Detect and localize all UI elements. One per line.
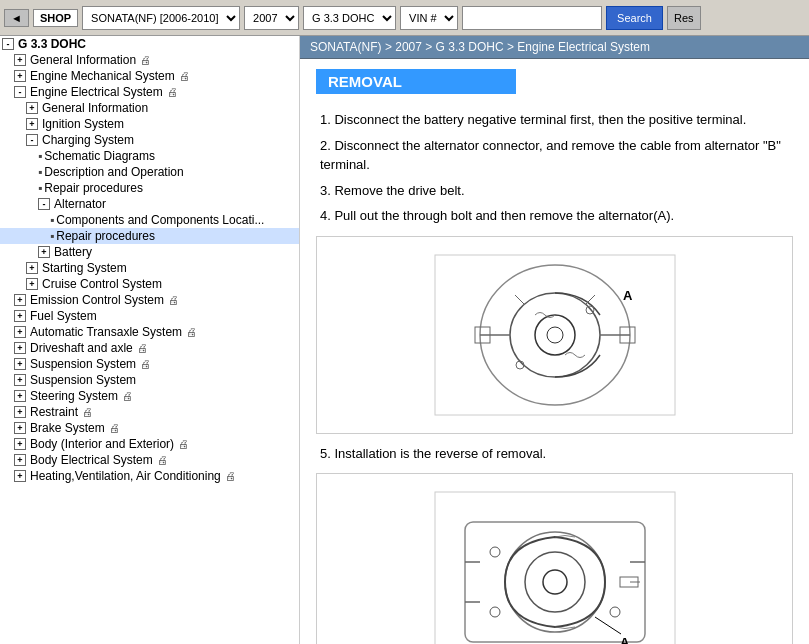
sidebar-item-fuel-system[interactable]: +Fuel System bbox=[0, 308, 299, 324]
sidebar-item-cruise-control[interactable]: +Cruise Control System bbox=[0, 276, 299, 292]
sidebar-item-steering[interactable]: +Steering System🖨 bbox=[0, 388, 299, 404]
toggle-general-info-sub[interactable]: + bbox=[26, 102, 38, 114]
sidebar-item-starting-system[interactable]: +Starting System bbox=[0, 260, 299, 276]
root-toggle[interactable]: - bbox=[2, 38, 14, 50]
toggle-hvac[interactable]: + bbox=[14, 470, 26, 482]
step-1: 1. Disconnect the battery negative termi… bbox=[316, 110, 793, 130]
step5-area: 5. Installation is the reverse of remova… bbox=[316, 444, 793, 464]
toggle-general-info-top[interactable]: + bbox=[14, 54, 26, 66]
sidebar-item-restraint[interactable]: +Restraint🖨 bbox=[0, 404, 299, 420]
svg-point-22 bbox=[490, 547, 500, 557]
sidebar-item-general-info-sub[interactable]: +General Information bbox=[0, 100, 299, 116]
sidebar-item-description-operation[interactable]: ▪Description and Operation bbox=[0, 164, 299, 180]
svg-point-18 bbox=[543, 570, 567, 594]
alternator-diagram-2: A KM046B24 bbox=[425, 482, 685, 644]
sidebar-item-engine-mechanical[interactable]: +Engine Mechanical System🖨 bbox=[0, 68, 299, 84]
svg-point-17 bbox=[525, 552, 585, 612]
label-general-info-top: General Information bbox=[30, 53, 136, 67]
diagram-2: A KM046B24 bbox=[316, 473, 793, 644]
page-icon-description-operation: ▪ bbox=[38, 165, 42, 179]
sidebar-item-suspension2[interactable]: +Suspension System bbox=[0, 372, 299, 388]
content-area: SONATA(NF) > 2007 > G 3.3 DOHC > Engine … bbox=[300, 36, 809, 644]
sidebar-item-alternator[interactable]: -Alternator bbox=[0, 196, 299, 212]
printer-icon-body[interactable]: 🖨 bbox=[178, 438, 189, 450]
label-components-location: Components and Components Locati... bbox=[56, 213, 264, 227]
toggle-fuel-system[interactable]: + bbox=[14, 310, 26, 322]
back-icon: ◄ bbox=[11, 12, 22, 24]
sidebar-item-auto-transaxle[interactable]: +Automatic Transaxle System🖨 bbox=[0, 324, 299, 340]
toggle-alternator[interactable]: - bbox=[38, 198, 50, 210]
label-description-operation: Description and Operation bbox=[44, 165, 183, 179]
printer-icon-steering[interactable]: 🖨 bbox=[122, 390, 133, 402]
sidebar-item-hvac[interactable]: +Heating,Ventilation, Air Conditioning🖨 bbox=[0, 468, 299, 484]
printer-icon-brake[interactable]: 🖨 bbox=[109, 422, 120, 434]
toggle-engine-mechanical[interactable]: + bbox=[14, 70, 26, 82]
sidebar-item-engine-electrical[interactable]: -Engine Electrical System🖨 bbox=[0, 84, 299, 100]
alternator-diagram-1: A bbox=[425, 245, 685, 425]
label-engine-mechanical: Engine Mechanical System bbox=[30, 69, 175, 83]
sidebar-item-body[interactable]: +Body (Interior and Exterior)🖨 bbox=[0, 436, 299, 452]
sidebar-tree: +General Information🖨+Engine Mechanical … bbox=[0, 52, 299, 484]
printer-icon-general-info-top[interactable]: 🖨 bbox=[140, 54, 151, 66]
printer-icon-engine-mechanical[interactable]: 🖨 bbox=[179, 70, 190, 82]
toggle-suspension2[interactable]: + bbox=[14, 374, 26, 386]
sidebar-item-general-info-top[interactable]: +General Information🖨 bbox=[0, 52, 299, 68]
toggle-suspension1[interactable]: + bbox=[14, 358, 26, 370]
search-button[interactable]: Search bbox=[606, 6, 663, 30]
label-repair-procedures-alt: Repair procedures bbox=[56, 229, 155, 243]
year-select[interactable]: 2007 bbox=[244, 6, 299, 30]
model-select[interactable]: SONATA(NF) [2006-2010] bbox=[82, 6, 240, 30]
label-ignition-system: Ignition System bbox=[42, 117, 124, 131]
toggle-starting-system[interactable]: + bbox=[26, 262, 38, 274]
toggle-engine-electrical[interactable]: - bbox=[14, 86, 26, 98]
toggle-emission-control[interactable]: + bbox=[14, 294, 26, 306]
toggle-cruise-control[interactable]: + bbox=[26, 278, 38, 290]
sidebar-item-body-electrical[interactable]: +Body Electrical System🖨 bbox=[0, 452, 299, 468]
sidebar-item-charging-system[interactable]: -Charging System bbox=[0, 132, 299, 148]
printer-icon-body-electrical[interactable]: 🖨 bbox=[157, 454, 168, 466]
sidebar-item-schematic-diagrams[interactable]: ▪Schematic Diagrams bbox=[0, 148, 299, 164]
sidebar-item-components-location[interactable]: ▪Components and Components Locati... bbox=[0, 212, 299, 228]
engine-select[interactable]: G 3.3 DOHC bbox=[303, 6, 396, 30]
sidebar-item-suspension1[interactable]: +Suspension System🖨 bbox=[0, 356, 299, 372]
breadcrumb: SONATA(NF) > 2007 > G 3.3 DOHC > Engine … bbox=[300, 36, 809, 59]
label-charging-system: Charging System bbox=[42, 133, 134, 147]
toggle-body[interactable]: + bbox=[14, 438, 26, 450]
back-button[interactable]: ◄ bbox=[4, 9, 29, 27]
label-restraint: Restraint bbox=[30, 405, 78, 419]
vin-select[interactable]: VIN # bbox=[400, 6, 458, 30]
search-input[interactable] bbox=[462, 6, 602, 30]
sidebar-item-ignition-system[interactable]: +Ignition System bbox=[0, 116, 299, 132]
svg-point-23 bbox=[610, 607, 620, 617]
toggle-body-electrical[interactable]: + bbox=[14, 454, 26, 466]
toggle-driveshaft-axle[interactable]: + bbox=[14, 342, 26, 354]
svg-point-3 bbox=[535, 315, 575, 355]
svg-line-9 bbox=[515, 295, 525, 305]
printer-icon-emission-control[interactable]: 🖨 bbox=[168, 294, 179, 306]
sidebar-item-repair-procedures-charging[interactable]: ▪Repair procedures bbox=[0, 180, 299, 196]
printer-icon-driveshaft-axle[interactable]: 🖨 bbox=[137, 342, 148, 354]
printer-icon-suspension1[interactable]: 🖨 bbox=[140, 358, 151, 370]
sidebar-item-driveshaft-axle[interactable]: +Driveshaft and axle🖨 bbox=[0, 340, 299, 356]
toggle-auto-transaxle[interactable]: + bbox=[14, 326, 26, 338]
sidebar-item-emission-control[interactable]: +Emission Control System🖨 bbox=[0, 292, 299, 308]
toolbar: ◄ SHOP SONATA(NF) [2006-2010] 2007 G 3.3… bbox=[0, 0, 809, 36]
toggle-steering[interactable]: + bbox=[14, 390, 26, 402]
printer-icon-restraint[interactable]: 🖨 bbox=[82, 406, 93, 418]
tree-root[interactable]: - G 3.3 DOHC bbox=[0, 36, 299, 52]
toggle-brake[interactable]: + bbox=[14, 422, 26, 434]
label-body: Body (Interior and Exterior) bbox=[30, 437, 174, 451]
toggle-charging-system[interactable]: - bbox=[26, 134, 38, 146]
sidebar-item-repair-procedures-alt[interactable]: ▪Repair procedures bbox=[0, 228, 299, 244]
printer-icon-engine-electrical[interactable]: 🖨 bbox=[167, 86, 178, 98]
toggle-restraint[interactable]: + bbox=[14, 406, 26, 418]
svg-rect-15 bbox=[465, 522, 645, 642]
main-layout: - G 3.3 DOHC +General Information🖨+Engin… bbox=[0, 36, 809, 644]
sidebar-item-battery[interactable]: +Battery bbox=[0, 244, 299, 260]
toggle-ignition-system[interactable]: + bbox=[26, 118, 38, 130]
toggle-battery[interactable]: + bbox=[38, 246, 50, 258]
sidebar-item-brake[interactable]: +Brake System🖨 bbox=[0, 420, 299, 436]
printer-icon-auto-transaxle[interactable]: 🖨 bbox=[186, 326, 197, 338]
printer-icon-hvac[interactable]: 🖨 bbox=[225, 470, 236, 482]
res-button[interactable]: Res bbox=[667, 6, 701, 30]
